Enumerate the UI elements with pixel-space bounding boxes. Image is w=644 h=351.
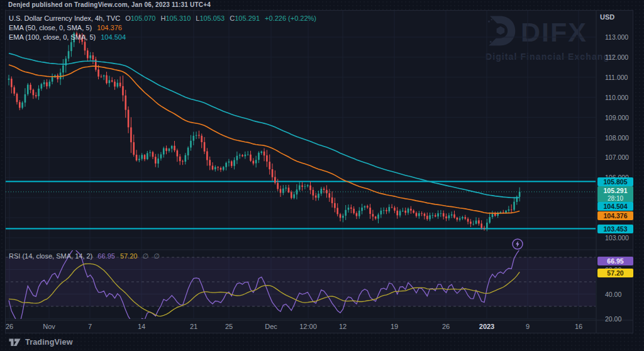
upper-level-price-badge: 105.805 <box>597 177 633 186</box>
time-axis-label: 26 <box>442 323 450 330</box>
time-axis-label: 7 <box>88 323 92 330</box>
open-label: O <box>125 14 131 22</box>
rsi-sma-value-badge: 57.20 <box>597 269 633 277</box>
tradingview-logo-icon <box>9 338 21 347</box>
ema50-value: 104.376 <box>97 24 122 31</box>
rsi-sma-value: 57.20 <box>120 252 138 260</box>
rsi-label: RSI (14, close, SMA, 14, 2) <box>9 252 92 260</box>
price-axis-label: 103.000 <box>605 234 629 242</box>
ema50-price-badge: 104.376 <box>597 211 633 220</box>
price-axis-currency: USD <box>600 13 614 21</box>
ema50-legend-row[interactable]: EMA (50, close, 0, SMA, 5) 104.376 <box>9 23 316 32</box>
rsi-empty-value-2: ∅ <box>153 252 160 260</box>
lightning-icon <box>511 238 524 250</box>
rsi-axis-label: 40.00 <box>605 291 621 298</box>
price-axis-label: 108.000 <box>605 134 629 142</box>
time-axis-label: 19 <box>391 323 398 330</box>
last-price-badge: 105.291 28:10 <box>597 186 633 203</box>
lower-level-price-badge: 103.453 <box>597 225 633 233</box>
price-axis-label: 107.000 <box>605 153 629 161</box>
rsi-empty-value-1: ∅ <box>143 252 149 260</box>
flash-reaction-button[interactable] <box>511 238 524 250</box>
low-value: 105.053 <box>199 14 225 22</box>
screenshot-root: Denjed published on TradingView.com, Jan… <box>0 0 644 351</box>
time-axis-label: 21 <box>190 323 197 330</box>
time-axis-label: 16 <box>575 323 582 330</box>
ema50-label: EMA (50, close, 0, SMA, 5) <box>9 24 92 31</box>
tradingview-logo[interactable]: TradingView <box>9 338 73 347</box>
rsi-axis-label: 20.00 <box>605 315 621 323</box>
time-axis-label: 12 <box>339 323 347 330</box>
chart-canvas[interactable] <box>0 0 644 351</box>
bar-countdown: 28:10 <box>608 195 623 202</box>
last-price-value: 105.291 <box>604 187 628 194</box>
time-axis-label: 14 <box>138 323 145 330</box>
time-axis-label: 2023 <box>479 323 494 330</box>
ema100-price-badge: 104.504 <box>597 202 633 211</box>
price-axis-label: 112.000 <box>605 53 628 61</box>
high-value: 105.310 <box>166 14 191 22</box>
price-axis-label: 109.000 <box>605 114 629 121</box>
ema100-legend-row[interactable]: EMA (100, close, 0, SMA, 5) 104.504 <box>9 33 316 42</box>
time-axis-label: 26 <box>6 323 13 330</box>
price-axis-label: 110.000 <box>605 94 628 101</box>
price-axis-label: 111.000 <box>605 74 628 81</box>
main-legend: U.S. Dollar Currency Index, 4h, TVC O105… <box>9 14 316 42</box>
rsi-value: 66.95 <box>97 252 115 260</box>
tradingview-logo-text: TradingView <box>25 338 73 347</box>
symbol-title[interactable]: U.S. Dollar Currency Index, 4h, TVC <box>9 14 120 22</box>
open-value: 105.070 <box>131 14 156 22</box>
change-value: +0.226 (+0.22%) <box>265 14 316 22</box>
ema100-value: 104.504 <box>101 33 126 41</box>
time-axis-label: 12:00 <box>299 323 317 330</box>
rsi-value-badge: 66.95 <box>597 257 633 265</box>
rsi-legend-row[interactable]: RSI (14, close, SMA, 14, 2) 66.95 57.20 … <box>9 252 160 260</box>
close-value: 105.291 <box>235 14 260 22</box>
ema100-label: EMA (100, close, 0, SMA, 5) <box>9 33 96 41</box>
price-axis-label: 113.000 <box>605 33 628 41</box>
time-axis-label: Nov <box>43 323 55 330</box>
time-axis-label: 25 <box>225 323 233 330</box>
symbol-legend-row[interactable]: U.S. Dollar Currency Index, 4h, TVC O105… <box>9 14 316 23</box>
high-label: H <box>161 14 166 22</box>
time-axis-label: 9 <box>526 323 530 330</box>
time-axis-label: Dec <box>265 323 277 330</box>
